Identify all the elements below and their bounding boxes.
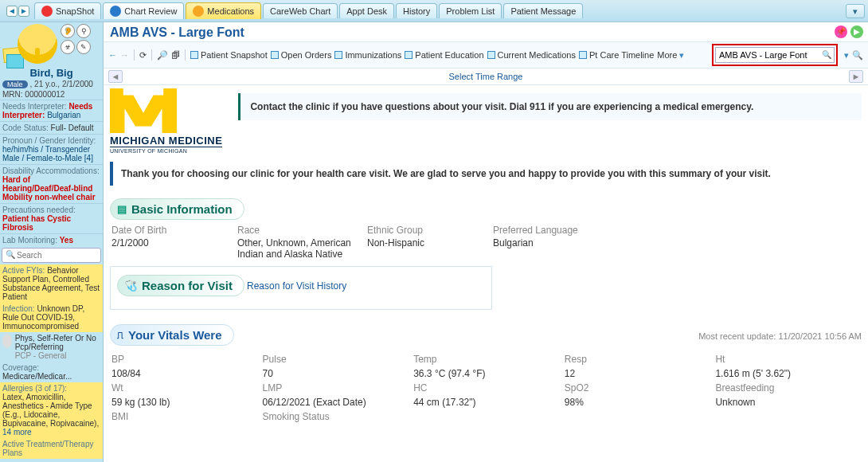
indicator-icon[interactable]: ✎ (76, 40, 91, 54)
report-search-input[interactable] (715, 47, 835, 63)
time-range-prev[interactable]: ◄ (108, 70, 123, 83)
active-treatment-block[interactable]: Active Treatment/Therapy Plans (0, 438, 103, 459)
top-tab-bar: ◄ ► SnapShot Chart Review Medications Ca… (0, 0, 868, 22)
report-toolbar: ← → ⟳ 🔎 🗐 Patient Snapshot Open Orders I… (104, 41, 868, 69)
section-reason-visit: 🩺Reason for Visit (117, 275, 244, 296)
toolbar-search-icon[interactable]: 🔍 (852, 50, 863, 61)
nav-arrows: ◄ ► (6, 6, 29, 17)
toolbar-immunizations[interactable]: Immunizations (334, 50, 401, 60)
report-body: MICHIGAN MEDICINE UNIVERSITY OF MICHIGAN… (104, 85, 868, 462)
tab-problem-list[interactable]: Problem List (439, 3, 502, 18)
value-bf: Unknown (715, 397, 860, 408)
label-race: Race (237, 225, 361, 236)
coverage-block[interactable]: Coverage: Medicare/Medicar... (0, 362, 103, 382)
tab-label: Medications (207, 6, 254, 16)
value-lmp: 06/12/2021 (Exact Date) (263, 397, 408, 408)
infection-block[interactable]: Infection: Unknown DP, Rule Out COVID-19… (0, 303, 103, 332)
value-resp: 12 (565, 368, 710, 379)
heartbeat-icon: ⎍ (117, 329, 123, 341)
sex-pill: Male (2, 80, 28, 88)
play-icon[interactable]: ▶ (850, 25, 863, 38)
allergies-block[interactable]: Allergies (3 of 17):Latex, Amoxicillin, … (0, 382, 103, 438)
patient-photo[interactable] (18, 24, 57, 64)
binoculars-icon[interactable]: 🔎 (157, 50, 168, 61)
toolbar-patient-education[interactable]: Patient Education (405, 50, 483, 60)
tab-label: Chart Review (124, 6, 177, 16)
indicator-icon[interactable]: ⚲ (76, 24, 91, 38)
tab-chart-review[interactable]: Chart Review (103, 2, 184, 19)
refresh-icon[interactable]: ⟳ (139, 50, 147, 61)
fwd-icon[interactable]: → (120, 50, 129, 60)
tab-careweb[interactable]: CareWeb Chart (263, 3, 338, 18)
print-icon[interactable]: 🗐 (171, 50, 180, 60)
content-pane: AMB AVS - Large Font 📌 ▶ ← → ⟳ 🔎 🗐 Patie… (104, 22, 868, 462)
time-range-next[interactable]: ► (849, 70, 863, 83)
active-fyi-block[interactable]: Active FYIs: Behavior Support Plan, Cont… (0, 264, 103, 303)
reason-visit-history-link[interactable]: Reason for Visit History (247, 280, 346, 292)
code-status-block: Code Status: Full- Default (0, 121, 103, 134)
toolbar-patient-snapshot[interactable]: Patient Snapshot (190, 50, 268, 60)
time-range-bar: ◄ Select Time Range ► (104, 69, 868, 85)
label-temp: Temp (413, 354, 558, 365)
indicator-icon[interactable]: ☣ (61, 40, 75, 54)
value-ethnic: Non-Hispanic (367, 237, 487, 260)
chart-icon (110, 6, 121, 17)
label-pulse: Pulse (263, 354, 408, 365)
tab-patient-message[interactable]: Patient Message (503, 3, 583, 18)
toolbar-more[interactable]: More (657, 50, 684, 61)
value-hc: 44 cm (17.32") (413, 397, 558, 408)
back-icon[interactable]: ← (108, 50, 117, 60)
tab-medications[interactable]: Medications (186, 2, 261, 19)
tab-appt-desk[interactable]: Appt Desk (339, 3, 394, 18)
interpreter-block: Needs Interpreter: Needs Interpreter: Bu… (0, 100, 103, 121)
lab-monitoring-block: Lab Monitoring: Yes (0, 233, 103, 246)
stethoscope-icon: 🩺 (124, 280, 137, 292)
value-spo2: 98% (565, 397, 710, 408)
label-spo2: SpO2 (565, 382, 710, 393)
value-race: Other, Unknown, American Indian and Alas… (237, 237, 361, 260)
label-dob: Date Of Birth (111, 225, 231, 236)
patient-sidebar: 🦻 ⚲ ☣ ✎ Bird, Big Male, 21 y.o., 2/1/200… (0, 22, 104, 462)
nav-fwd-icon[interactable]: ► (18, 6, 29, 17)
label-lang: Preferred Language (493, 225, 676, 236)
tab-label: Problem List (446, 6, 495, 16)
tab-label: SnapShot (56, 6, 94, 16)
toolbar-open-orders[interactable]: Open Orders (271, 50, 332, 60)
patient-name[interactable]: Bird, Big (0, 67, 103, 79)
time-range-select[interactable]: Select Time Range (123, 72, 849, 81)
vitals-grid: BP Pulse Temp Resp Ht 108/84 70 36.3 °C … (110, 350, 862, 425)
org-logo-title: MICHIGAN MEDICINE (110, 135, 222, 147)
org-logo-sub: UNIVERSITY OF MICHIGAN (110, 147, 222, 154)
value-lang: Bulgarian (493, 237, 676, 260)
indicator-icon[interactable]: 🦻 (61, 24, 75, 38)
label-bf: Breastfeeding (715, 382, 860, 393)
tab-label: History (403, 6, 430, 16)
pcp-block[interactable]: Phys, Self-Refer Or No Pcp/ReferringPCP … (0, 332, 103, 362)
section-basic-info: ▤Basic Information (110, 198, 244, 220)
value-ht: 1.616 m (5' 3.62") (715, 368, 860, 379)
tab-snapshot[interactable]: SnapShot (34, 2, 101, 19)
sidebar-search-input[interactable] (2, 248, 101, 263)
label-ethnic: Ethnic Group (367, 225, 487, 236)
toolbar-pt-care[interactable]: Pt Care Timeline (579, 50, 654, 60)
document-title: AMB AVS - Large Font (104, 22, 251, 41)
tab-history[interactable]: History (396, 3, 437, 18)
value-bp: 108/84 (111, 368, 256, 379)
block-m-icon (110, 88, 177, 133)
value-pulse: 70 (263, 368, 408, 379)
label-bmi: BMI (111, 411, 256, 422)
person-icon (2, 334, 12, 348)
vitals-timestamp: Most recent update: 11/20/2021 10:56 AM (698, 331, 862, 341)
patient-mrn: MRN: 000000012 (0, 89, 103, 100)
nav-back-icon[interactable]: ◄ (6, 6, 18, 17)
section-vitals: ⎍Your Vitals Were (110, 324, 234, 346)
toolbar-dropdown-icon[interactable]: ▾ (844, 50, 849, 61)
label-resp: Resp (565, 354, 710, 365)
toolbar-current-meds[interactable]: Current Medications (487, 50, 576, 60)
sidebar-search (2, 248, 101, 263)
camera-icon (41, 6, 53, 17)
label-bp: BP (111, 354, 256, 365)
tab-label: Appt Desk (346, 6, 387, 16)
pin-icon[interactable]: 📌 (835, 25, 847, 38)
tabs-overflow-button[interactable]: ▾ (846, 4, 865, 18)
